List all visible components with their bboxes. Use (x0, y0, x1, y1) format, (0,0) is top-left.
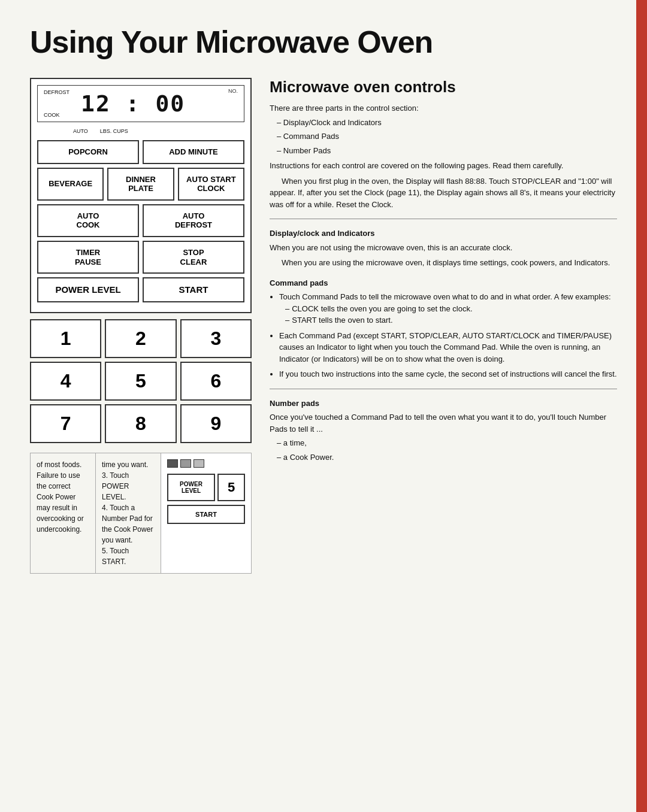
auto-cook-button[interactable]: AUTO COOK (37, 204, 139, 237)
display-clock: 12 : 00 (81, 90, 185, 117)
number-2-button[interactable]: 2 (105, 319, 176, 358)
button-row-4: TIMER PAUSE STOP CLEAR (37, 241, 244, 274)
timer-pause-button[interactable]: TIMER PAUSE (37, 241, 139, 274)
dash-display-clock: Display/Clock and Indicators (270, 117, 617, 129)
stop-clear-button[interactable]: STOP CLEAR (143, 241, 244, 274)
bottom-callout: of most foods. Failure to use the correc… (30, 453, 252, 574)
indicator-1 (167, 459, 178, 468)
indicator-3 (194, 459, 204, 468)
display-clock-heading: Display/clock and Indicators (270, 228, 617, 240)
button-row-2: BEVERAGE DINNER PLATE AUTO START CLOCK (37, 168, 244, 201)
number-7-button[interactable]: 7 (30, 404, 101, 443)
display-panel-wrapper: DEFROST NO. COOK 12 : 00 AUTO LBS. CUPS … (30, 78, 252, 313)
instructions-paragraph: Instructions for each control are covere… (270, 160, 617, 172)
popcorn-button[interactable]: POPCORN (37, 140, 139, 164)
display-label-defrost: DEFROST (44, 89, 69, 95)
display-panel: DEFROST NO. COOK 12 : 00 (37, 85, 244, 122)
number-pads-heading: Number pads (270, 398, 617, 410)
button-row-3: AUTO COOK AUTO DEFROST (37, 204, 244, 237)
number-pad-section: 1 2 3 4 5 6 7 8 9 (30, 319, 252, 443)
number-row-2: 4 5 6 (30, 362, 252, 401)
right-column: Microwave oven controls There are three … (270, 78, 617, 574)
start-button[interactable]: START (143, 277, 244, 302)
beverage-button[interactable]: BEVERAGE (37, 168, 104, 201)
section-heading: Microwave oven controls (270, 78, 617, 96)
button-row-5: POWER LEVEL START (37, 277, 244, 302)
mini-start-button[interactable]: START (167, 505, 245, 524)
command-bullet-3: If you touch two instructions into the s… (279, 368, 617, 380)
dash-command-pads: Command Pads (270, 131, 617, 143)
bottom-right-panel: POWER LEVEL 5 START (161, 453, 251, 573)
display-label-no: NO. (228, 88, 238, 94)
page-title: Using Your Microwave Oven (30, 24, 617, 60)
step-3-text: Touch POWER LEVEL. (102, 471, 129, 501)
mini-5-button[interactable]: 5 (217, 474, 245, 501)
divider-1 (270, 219, 617, 219)
step-time-text: time you want. (102, 460, 148, 469)
mini-5-number: 5 (228, 480, 235, 495)
intro-paragraph: There are three parts in the control sec… (270, 102, 617, 114)
number-dash-time: a time, (270, 437, 617, 449)
number-row-3: 7 8 9 (30, 404, 252, 443)
command-bullet-1-text: Touch Command Pads to tell the microwave… (279, 292, 611, 301)
number-5-button[interactable]: 5 (105, 362, 176, 401)
command-bullet-2-text: Each Command Pad (except START, STOP/CLE… (279, 331, 612, 363)
command-sub-1: CLOCK tells the oven you are going to se… (279, 303, 617, 315)
command-bullet-2: Each Command Pad (except START, STOP/CLE… (279, 330, 617, 365)
command-bullet-1: Touch Command Pads to tell the microwave… (279, 291, 617, 326)
dash-number-pads: Number Pads (270, 145, 617, 157)
button-row-1: POPCORN ADD MINUTE (37, 140, 244, 164)
number-8-button[interactable]: 8 (105, 404, 176, 443)
number-3-button[interactable]: 3 (180, 319, 252, 358)
display-label-cook: COOK (44, 112, 60, 118)
command-pads-list: Touch Command Pads to tell the microwave… (270, 291, 617, 380)
number-6-button[interactable]: 6 (180, 362, 252, 401)
command-sub-2: START tells the oven to start. (279, 314, 617, 326)
display-auto-label: AUTO (73, 128, 88, 134)
number-4-button[interactable]: 4 (30, 362, 101, 401)
command-pads-heading: Command pads (270, 277, 617, 289)
number-row-1: 1 2 3 (30, 319, 252, 358)
display-bottom-labels: AUTO LBS. CUPS (37, 128, 244, 134)
number-1-button[interactable]: 1 (30, 319, 101, 358)
power-level-button[interactable]: POWER LEVEL (37, 277, 139, 302)
display-lbs-cups-label: LBS. CUPS (100, 128, 128, 134)
bottom-middle-steps: time you want. 3. Touch POWER LEVEL. 4. … (96, 453, 161, 573)
dinner-plate-button[interactable]: DINNER PLATE (107, 168, 174, 201)
step-5: 5. Touch START. (102, 546, 155, 567)
number-dash-power: a Cook Power. (270, 452, 617, 463)
number-pads-paragraph: Once you've touched a Command Pad to tel… (270, 411, 617, 435)
step-time: time you want. (102, 459, 155, 470)
auto-defrost-button[interactable]: AUTO DEFROST (143, 204, 244, 237)
divider-2 (270, 389, 617, 389)
side-bar (636, 0, 647, 812)
step-3: 3. Touch POWER LEVEL. (102, 470, 155, 502)
number-9-button[interactable]: 9 (180, 404, 252, 443)
step-4-text: Touch a Number Pad for the Cook Power yo… (102, 504, 153, 544)
indicator-row (167, 459, 245, 468)
plug-text: When you first plug in the oven, the Dis… (270, 175, 617, 211)
mini-power-level-button[interactable]: POWER LEVEL (167, 474, 215, 501)
left-column: DEFROST NO. COOK 12 : 00 AUTO LBS. CUPS … (30, 78, 252, 574)
display-clock-p2: When you are using the microwave oven, i… (270, 257, 617, 269)
step-4: 4. Touch a Number Pad for the Cook Power… (102, 502, 155, 546)
bottom-left-paragraph: of most foods. Failure to use the correc… (37, 459, 89, 535)
command-bullet-3-text: If you touch two instructions into the s… (279, 369, 617, 378)
auto-start-clock-button[interactable]: AUTO START CLOCK (178, 168, 244, 201)
step-5-text: Touch START. (102, 547, 129, 566)
indicator-2 (180, 459, 191, 468)
bottom-left-text: of most foods. Failure to use the correc… (31, 453, 96, 573)
add-minute-button[interactable]: ADD MINUTE (143, 140, 244, 164)
display-clock-p1: When you are not using the microwave ove… (270, 242, 617, 254)
